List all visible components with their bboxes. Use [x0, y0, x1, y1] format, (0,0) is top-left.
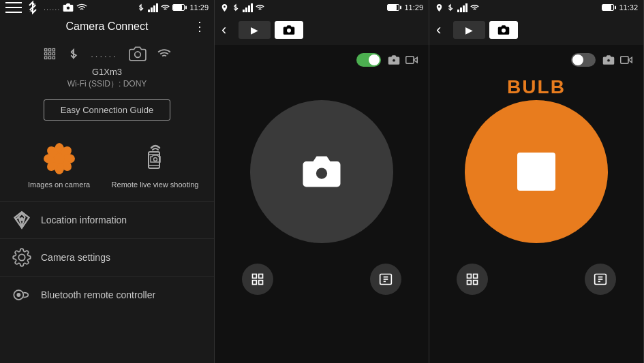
svg-rect-9 [45, 52, 47, 54]
bt-icon-status-1 [137, 3, 145, 12]
svg-point-15 [134, 52, 140, 58]
panel-remote-live-idle: 11:29 ‹ ▶ [215, 0, 429, 363]
shutter-button-2[interactable] [250, 100, 393, 243]
bt-remote-icon [11, 284, 33, 306]
svg-point-49 [502, 29, 506, 33]
panel-camera-connect: ...... 11:29 Camera Connect ⋮ [0, 0, 215, 363]
mode-toggle-3[interactable] [571, 53, 596, 67]
svg-rect-54 [474, 274, 478, 278]
time-2: 11:29 [404, 3, 423, 12]
status-dots-1: ...... [44, 3, 60, 12]
shutter-button-3[interactable] [465, 100, 608, 243]
svg-rect-56 [474, 280, 478, 284]
rlv-content-3: BULB [429, 45, 643, 363]
grid-item-images[interactable]: Images on camera [11, 134, 107, 195]
wifi-conn-icon [157, 47, 171, 61]
battery-icon-3 [602, 4, 614, 11]
status-bar-1: ...... 11:29 [0, 0, 214, 15]
location-icon [11, 209, 33, 231]
panel1-header: Camera Connect ⋮ [0, 15, 214, 38]
battery-icon-1 [172, 4, 185, 11]
mode-toggle-2[interactable] [356, 53, 381, 67]
easy-connect-button[interactable]: Easy Connection Guide [44, 99, 171, 121]
toggle-row-2 [356, 53, 418, 67]
battery-icon-2 [387, 4, 399, 11]
svg-marker-51 [628, 57, 632, 63]
info-button-2[interactable] [370, 264, 401, 295]
bt-conn-icon [67, 48, 80, 60]
conn-dots: ...... [91, 49, 118, 59]
info-button-3[interactable] [585, 264, 616, 295]
toggle-knob-2 [369, 54, 380, 65]
camera-conn-icon [129, 45, 147, 63]
grid-label-images: Images on camera [28, 180, 90, 189]
svg-rect-14 [52, 57, 55, 59]
status-bar-3: 11:32 [429, 0, 643, 15]
label-bt-remote: Bluetooth remote controller [41, 289, 155, 300]
svg-rect-53 [467, 274, 472, 278]
location-icon-3 [435, 3, 444, 12]
vid-toggle-icon-2 [405, 54, 418, 66]
remote-icon [138, 141, 173, 176]
small-camera-icon-1 [63, 2, 74, 13]
menu-grid-icon-conn [43, 47, 57, 61]
tab-shoot-2[interactable] [275, 21, 303, 39]
time-1: 11:29 [189, 3, 209, 12]
camera-settings-icon [11, 247, 33, 268]
menu-item-location[interactable]: Location information [0, 201, 214, 238]
svg-point-30 [20, 217, 24, 221]
svg-rect-8 [52, 49, 55, 51]
wifi-icon-3 [470, 3, 479, 12]
svg-point-50 [607, 59, 611, 63]
svg-rect-11 [52, 52, 55, 54]
grid-view-button-2[interactable] [242, 264, 273, 295]
toggle-row-3 [571, 53, 632, 67]
svg-point-39 [315, 166, 328, 180]
status-right-2: 11:29 [387, 3, 423, 12]
app-title: Camera Connect [66, 20, 149, 33]
svg-rect-2 [5, 12, 22, 13]
menu-item-bluetooth-remote[interactable]: Bluetooth remote controller [0, 276, 214, 313]
tab-play-3[interactable]: ▶ [453, 21, 485, 39]
toggle-knob-3 [572, 54, 583, 65]
bulb-label: BULB [507, 76, 566, 98]
svg-rect-55 [467, 280, 472, 284]
menu-grid: Images on camera Remote live [0, 129, 214, 201]
remote-shoot-icon [139, 142, 172, 175]
svg-rect-1 [5, 7, 22, 8]
svg-rect-40 [253, 274, 257, 278]
back-button-2[interactable]: ‹ [221, 21, 226, 39]
signal-bars-1 [148, 3, 158, 12]
grid-label-remote: Remote live view shooting [112, 180, 199, 189]
tab-play-2[interactable]: ▶ [239, 21, 271, 39]
menu-item-camera-settings[interactable]: Camera settings [0, 238, 214, 276]
svg-rect-38 [406, 57, 414, 64]
wifi-ssid: Wi-Fi (SSID）: DONY [0, 78, 214, 95]
bluetooth-icon-1 [25, 0, 41, 16]
bottom-btns-3 [429, 264, 643, 309]
device-name: G1Xm3 [0, 65, 214, 78]
svg-marker-37 [414, 57, 417, 63]
time-3: 11:32 [619, 3, 638, 12]
svg-point-36 [393, 59, 396, 63]
tab-shoot-3[interactable] [489, 21, 518, 39]
back-button-3[interactable]: ‹ [436, 21, 441, 39]
svg-point-33 [16, 293, 20, 297]
grid-item-remote[interactable]: Remote live view shooting [107, 134, 203, 195]
connection-bar: ...... [0, 38, 214, 65]
svg-rect-42 [253, 280, 257, 284]
stop-icon-3 [517, 153, 555, 191]
svg-rect-41 [259, 274, 263, 278]
rlv-tabs-3: ▶ [453, 21, 518, 39]
status-right-1: 11:29 [137, 3, 209, 12]
bottom-btns-2 [215, 264, 429, 309]
grid-view-button-3[interactable] [457, 264, 488, 295]
cam-toggle-icon-3 [602, 54, 615, 66]
toggle-icons-3 [602, 54, 632, 66]
svg-rect-6 [45, 49, 47, 51]
label-camera-settings: Camera settings [41, 252, 110, 263]
panel-remote-live-bulb: 11:32 ‹ ▶ BULB [429, 0, 644, 363]
overflow-menu-icon[interactable]: ⋮ [194, 19, 206, 34]
bt-icon-2 [232, 3, 240, 12]
svg-point-3 [67, 6, 70, 10]
